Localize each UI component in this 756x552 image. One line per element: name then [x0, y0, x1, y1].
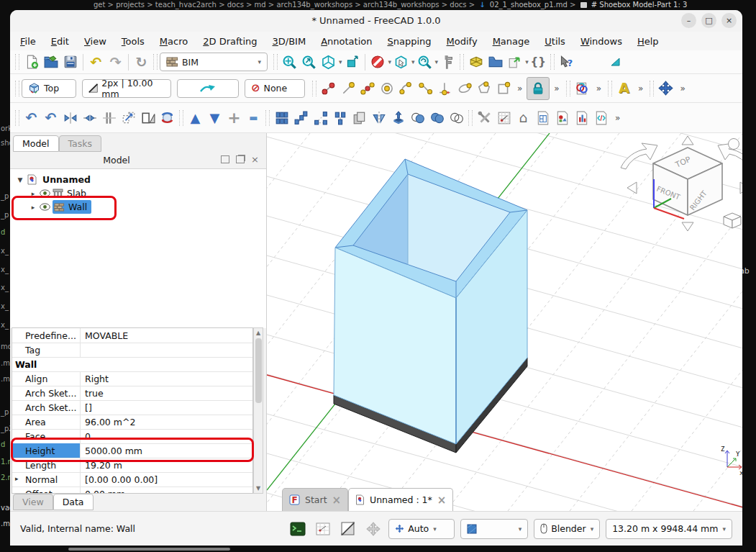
toolbar-grip[interactable]	[312, 81, 316, 96]
whats-this-button[interactable]: ?	[557, 53, 576, 72]
menu-3d-bim[interactable]: 3D/BIM	[273, 36, 306, 47]
expander-closed-icon[interactable]: ▸	[15, 475, 19, 482]
menu-annotation[interactable]: Annotation	[321, 36, 372, 47]
toolbar-overflow[interactable]: »	[596, 83, 601, 94]
image-doc-button[interactable]	[552, 108, 572, 127]
selected-tree-item[interactable]: Wall	[53, 200, 91, 214]
toggle-grid-button[interactable]	[573, 78, 592, 98]
partial-toolbar-icon[interactable]	[606, 53, 626, 72]
chart-doc-button[interactable]	[572, 108, 591, 127]
toolbar-grip[interactable]	[460, 54, 464, 70]
toolbar-grip[interactable]	[608, 81, 612, 96]
menu-view[interactable]: View	[84, 36, 106, 47]
sketch-button[interactable]	[494, 108, 514, 127]
toolbar-grip[interactable]	[566, 81, 570, 96]
prop-value[interactable]: 19.20 m	[81, 458, 252, 472]
property-scrollbar[interactable]: ▲ ▼	[253, 327, 263, 494]
isometric-view-button[interactable]	[319, 53, 338, 72]
snap-near-button[interactable]	[338, 78, 357, 98]
bim-project-button[interactable]: ⌂	[514, 108, 533, 127]
maximize-button[interactable]: □	[701, 13, 716, 28]
toolbar-grip[interactable]	[273, 54, 278, 70]
new-file-button[interactable]	[22, 53, 41, 72]
tab-view[interactable]: View	[13, 494, 53, 510]
expander-closed-icon[interactable]: ▸	[29, 204, 37, 211]
mirror-button[interactable]	[369, 108, 388, 127]
menu-2d-drafting[interactable]: 2D Drafting	[203, 36, 257, 47]
toolbar-grip[interactable]	[153, 54, 158, 70]
toolbar-overflow[interactable]: »	[680, 83, 685, 94]
taskbar-hint[interactable]	[68, 548, 230, 551]
prop-value[interactable]: true	[81, 386, 252, 400]
titlebar[interactable]: * Unnamed - FreeCAD 1.0.0 – □ ×	[10, 10, 742, 32]
autogroup-button[interactable]: ⊘ None	[245, 79, 305, 98]
expander-closed-icon[interactable]: ▸	[29, 190, 37, 197]
workbench-selector[interactable]: BIM ▾	[160, 53, 268, 71]
utils-button[interactable]	[475, 108, 494, 127]
shading-dropdown[interactable]: ▾	[460, 519, 528, 539]
prop-label[interactable]: Face	[12, 429, 81, 443]
prop-value[interactable]: []	[81, 400, 252, 415]
remove-point-button[interactable]: ▬	[244, 108, 263, 127]
snap-extension-button[interactable]	[455, 78, 474, 98]
export-button[interactable]	[505, 53, 524, 72]
background-path-bar[interactable]: get > projects > teach_hvac2arch > docs …	[0, 0, 756, 10]
close-tab-icon[interactable]: ×	[332, 494, 342, 507]
floorplan-doc-button[interactable]	[533, 108, 552, 127]
zoom-selection-button[interactable]	[299, 53, 319, 72]
tree-item-slab[interactable]: ▸ Slab	[29, 186, 86, 200]
minimize-button[interactable]: –	[681, 13, 696, 28]
prop-label[interactable]: Offset	[12, 487, 81, 494]
working-plane-button[interactable]: Top	[22, 79, 76, 98]
measure-button[interactable]	[438, 53, 457, 72]
toolbar-overflow[interactable]: »	[554, 83, 559, 94]
toolbar-grip[interactable]	[550, 54, 555, 70]
tab-tasks[interactable]: Tasks	[59, 135, 102, 152]
prop-value[interactable]: 0.00 mm	[81, 487, 252, 494]
draft-rotate-button[interactable]: ↶	[41, 108, 60, 127]
refresh-button[interactable]: ↻	[132, 53, 151, 72]
open-file-button[interactable]	[41, 53, 60, 72]
3d-viewport[interactable]: TOP FRONT RIGHT	[267, 133, 742, 511]
line-style-button[interactable]: 2px | 10.00 mm	[82, 79, 171, 98]
redo-button[interactable]: ↷	[106, 53, 125, 72]
prop-label[interactable]: Length	[12, 458, 81, 472]
menu-modify[interactable]: Modify	[447, 36, 478, 47]
prop-value[interactable]	[81, 343, 252, 357]
select-view-button[interactable]	[391, 53, 411, 72]
tab-data[interactable]: Data	[53, 494, 94, 510]
toolbar-grip[interactable]	[468, 110, 473, 126]
menu-file[interactable]: File	[20, 36, 36, 47]
snap-perpendicular-button[interactable]	[435, 78, 455, 98]
menu-tools[interactable]: Tools	[122, 36, 145, 47]
path-array-button[interactable]	[291, 108, 311, 127]
undo-button[interactable]: ↶	[86, 53, 106, 72]
edit-mode-icon[interactable]	[363, 519, 383, 538]
tab-model[interactable]: Model	[13, 135, 59, 152]
expander-open-icon[interactable]: ▼	[16, 176, 24, 184]
prop-label[interactable]: Area	[12, 415, 81, 429]
rotate-view-button[interactable]	[415, 53, 434, 72]
menu-help[interactable]: Help	[637, 36, 659, 47]
toolbar-grip[interactable]	[15, 110, 19, 126]
bim-views-folder-button[interactable]	[486, 53, 505, 72]
prop-value[interactable]: MOVABLE	[81, 328, 252, 343]
prop-label[interactable]: Arch Sket...	[12, 386, 81, 400]
intersection-button[interactable]	[447, 108, 466, 127]
prop-label[interactable]: Predefine...	[12, 328, 81, 343]
tree-item-wall[interactable]: ▸ Wall	[29, 200, 91, 214]
offset-button[interactable]	[138, 108, 158, 127]
toolbar-grip[interactable]	[15, 81, 19, 96]
extrude-button[interactable]	[388, 108, 408, 127]
toolbar-grip[interactable]	[650, 81, 654, 96]
tab-document-unnamed[interactable]: Unnamed : 1* ×	[348, 488, 453, 511]
prop-value[interactable]: 96.00 m^2	[81, 415, 252, 429]
snap-special-button[interactable]	[474, 78, 493, 98]
prop-label[interactable]: Tag	[12, 343, 81, 357]
tree-item-root[interactable]: ▼ Unnamed	[16, 173, 91, 186]
union-button[interactable]	[408, 108, 427, 127]
navigation-style-dropdown[interactable]: Blender ▾	[534, 519, 600, 539]
mirror-horizontal-button[interactable]	[60, 108, 80, 127]
prop-group-header[interactable]: Wall	[12, 357, 37, 371]
arrow-mode-button[interactable]	[177, 79, 239, 98]
